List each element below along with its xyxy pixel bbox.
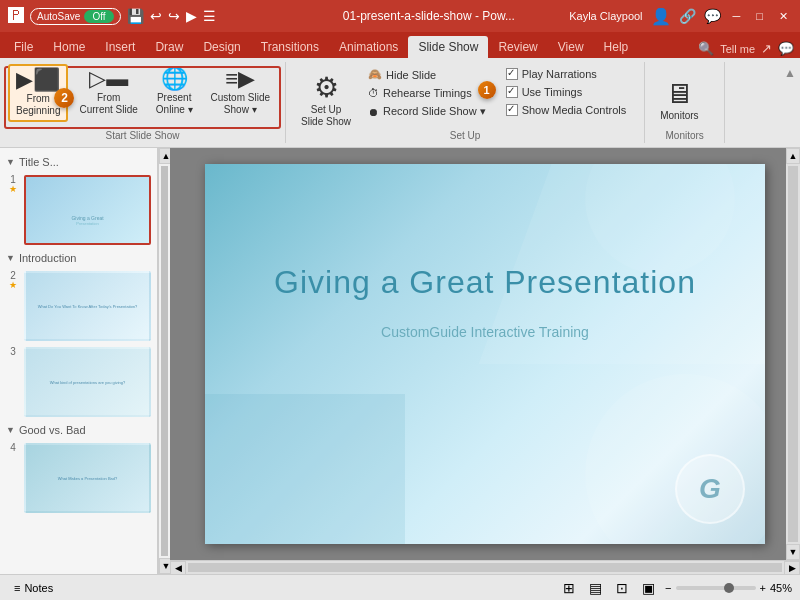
slide-subtitle: CustomGuide Interactive Training (235, 324, 735, 340)
main-h-scroll-thumb[interactable] (188, 563, 782, 572)
zoom-minus-btn[interactable]: − (665, 582, 671, 594)
main-scroll-down[interactable]: ▼ (786, 544, 800, 560)
tab-review[interactable]: Review (488, 36, 547, 58)
share-icon[interactable]: 🔗 (679, 8, 696, 24)
slide-item-3[interactable]: 3 What kind of presentations are you giv… (4, 344, 153, 420)
slide-num-4: 4 (6, 443, 20, 453)
slide-thumb-2[interactable]: What Do You Want To Know After Today's P… (24, 271, 151, 341)
slide-item-1[interactable]: 1 ★ Giving a Great Presentation (4, 172, 153, 248)
settings-icon[interactable]: ☰ (203, 8, 216, 24)
autosave-toggle[interactable]: Off (84, 10, 113, 23)
slide-title: Giving a Great Presentation (235, 264, 735, 301)
main-scroll-left[interactable]: ◀ (170, 561, 186, 575)
slide-thumb-preview-3: What kind of presentations are you givin… (46, 376, 130, 389)
slide-item-4[interactable]: 4 What Makes a Presentation Bad? (4, 440, 153, 516)
undo-icon[interactable]: ↩ (150, 8, 162, 24)
ribbon: ▶⬛ FromBeginning 2 ▷▬ FromCurrent Slide … (0, 58, 800, 148)
slides-panel-scrollbar[interactable]: ▲ ▼ (158, 148, 170, 574)
tab-transitions[interactable]: Transitions (251, 36, 329, 58)
zoom-thumb[interactable] (724, 583, 734, 593)
comments-icon[interactable]: 💬 (704, 8, 721, 24)
slide-thumb-1[interactable]: Giving a Great Presentation (24, 175, 151, 245)
hide-slide-btn[interactable]: 🙈 Hide Slide (362, 66, 492, 83)
main-slide: Giving a Great Presentation CustomGuide … (205, 164, 765, 544)
tab-file[interactable]: File (4, 36, 43, 58)
close-btn[interactable]: ✕ (775, 10, 792, 23)
normal-view-btn[interactable]: ⊞ (559, 578, 579, 598)
tab-animations[interactable]: Animations (329, 36, 408, 58)
record-icon: ⏺ (368, 106, 379, 118)
share-ribbon-icon[interactable]: ↗ (761, 41, 772, 56)
slides-panel: ▼ Title S... 1 ★ Giving a Great Presenta… (0, 148, 158, 574)
monitors-btn[interactable]: 🖥 Monitors (653, 66, 705, 136)
slide-sorter-btn[interactable]: ⊡ (612, 578, 632, 598)
main-view: ▲ ▼ Giving a Great Presentation CustomGu… (170, 148, 800, 574)
title-bar-controls: Kayla Claypool 👤 🔗 💬 ─ □ ✕ (569, 7, 792, 26)
from-beginning-icon: ▶⬛ (16, 69, 60, 91)
section-collapse-icon[interactable]: ▼ (6, 157, 15, 167)
tab-slideshow[interactable]: Slide Show (408, 36, 488, 58)
notes-button[interactable]: ≡ Notes (8, 580, 59, 596)
slide-thumb-4[interactable]: What Makes a Presentation Bad? (24, 443, 151, 513)
main-scroll-thumb[interactable] (788, 166, 798, 542)
main-v-scrollbar[interactable]: ▲ ▼ (786, 148, 800, 560)
tab-view[interactable]: View (548, 36, 594, 58)
maximize-btn[interactable]: □ (752, 10, 767, 22)
slide-canvas: ▲ ▼ Giving a Great Presentation CustomGu… (170, 148, 800, 560)
section-good-vs-bad-label: Good vs. Bad (19, 424, 86, 436)
save-icon[interactable]: 💾 (127, 8, 144, 24)
slide-decoration-1 (585, 374, 765, 544)
outline-view-btn[interactable]: ▤ (585, 578, 606, 598)
zoom-area: − + 45% (665, 582, 792, 594)
zoom-level: 45% (770, 582, 792, 594)
notes-label: Notes (24, 582, 53, 594)
play-narrations-check[interactable] (506, 68, 518, 80)
slide-thumb-preview-2: What Do You Want To Know After Today's P… (34, 300, 142, 313)
user-name: Kayla Claypool (569, 10, 642, 22)
autosave-label: AutoSave (37, 11, 80, 22)
notes-icon: ≡ (14, 582, 20, 594)
slide-thumb-preview-1: Giving a Great Presentation (71, 195, 103, 226)
main-scroll-up[interactable]: ▲ (786, 148, 800, 164)
setup-label: Set UpSlide Show (301, 104, 351, 128)
zoom-plus-btn[interactable]: + (760, 582, 766, 594)
use-timings-check[interactable] (506, 86, 518, 98)
tab-help[interactable]: Help (594, 36, 639, 58)
show-media-btn[interactable]: Show Media Controls (500, 102, 633, 118)
ribbon-tabs: File Home Insert Draw Design Transitions… (0, 32, 800, 58)
present-icon[interactable]: ▶ (186, 8, 197, 24)
slide-thumb-3[interactable]: What kind of presentations are you givin… (24, 347, 151, 417)
use-timings-label: Use Timings (522, 86, 583, 98)
use-timings-btn[interactable]: Use Timings (500, 84, 633, 100)
title-bar-left: 🅿 AutoSave Off 💾 ↩ ↪ ▶ ☰ (8, 7, 289, 25)
tab-home[interactable]: Home (43, 36, 95, 58)
reading-view-btn[interactable]: ▣ (638, 578, 659, 598)
comments-ribbon-icon[interactable]: 💬 (778, 41, 794, 56)
tab-insert[interactable]: Insert (95, 36, 145, 58)
status-bar-right: ⊞ ▤ ⊡ ▣ − + 45% (559, 578, 792, 598)
tab-draw[interactable]: Draw (145, 36, 193, 58)
section-collapse-icon-3[interactable]: ▼ (6, 425, 15, 435)
zoom-slider[interactable] (676, 586, 756, 590)
minimize-btn[interactable]: ─ (729, 10, 745, 22)
record-show-btn[interactable]: ⏺ Record Slide Show ▾ (362, 103, 492, 120)
section-collapse-icon-2[interactable]: ▼ (6, 253, 15, 263)
autosave-badge[interactable]: AutoSave Off (30, 8, 121, 25)
content-area: ▼ Title S... 1 ★ Giving a Great Presenta… (0, 148, 800, 574)
tab-design[interactable]: Design (193, 36, 250, 58)
play-narrations-btn[interactable]: Play Narrations (500, 66, 633, 82)
main-scroll-right[interactable]: ▶ (784, 561, 800, 575)
scroll-thumb[interactable] (161, 166, 168, 556)
show-media-check[interactable] (506, 104, 518, 116)
redo-icon[interactable]: ↪ (168, 8, 180, 24)
rehearse-label: Rehearse Timings (383, 87, 472, 99)
setup-slideshow-btn[interactable]: ⚙ Set UpSlide Show (294, 66, 358, 136)
filename-title: 01-present-a-slide-show - Pow... (289, 9, 570, 23)
rehearse-btn[interactable]: ⏱ Rehearse Timings 1 (362, 85, 492, 101)
title-bar: 🅿 AutoSave Off 💾 ↩ ↪ ▶ ☰ 01-present-a-sl… (0, 0, 800, 32)
account-icon[interactable]: 👤 (651, 7, 671, 26)
slide-item-2[interactable]: 2 ★ What Do You Want To Know After Today… (4, 268, 153, 344)
main-h-scrollbar[interactable]: ◀ ▶ (170, 560, 800, 574)
search-icon[interactable]: 🔍 (698, 41, 714, 56)
ribbon-collapse-icon[interactable]: ▲ (784, 66, 796, 80)
